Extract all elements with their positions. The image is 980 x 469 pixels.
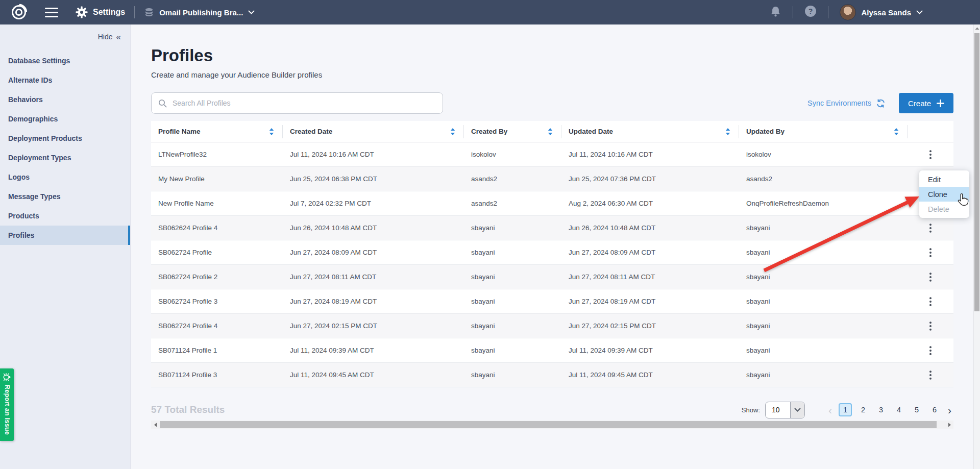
- page-6[interactable]: 6: [928, 403, 941, 416]
- column-header-created-by[interactable]: Created By: [464, 125, 561, 138]
- create-button[interactable]: Create: [899, 93, 953, 113]
- row-actions-button[interactable]: [923, 147, 938, 162]
- menu-item-clone[interactable]: Clone: [919, 187, 969, 202]
- cell-updated_by: asands2: [739, 175, 908, 183]
- hide-sidebar-button[interactable]: Hide «: [0, 24, 130, 42]
- sidebar-item-behaviors[interactable]: Behaviors: [0, 90, 130, 109]
- page-1[interactable]: 1: [839, 403, 852, 416]
- cell-created_by: sbayani: [464, 298, 561, 305]
- cell-updated_by: sbayani: [739, 273, 908, 281]
- column-header-actions: [908, 125, 953, 138]
- sync-environments-link[interactable]: Sync Environments: [807, 98, 886, 108]
- page-2[interactable]: 2: [856, 403, 870, 416]
- cell-name: SB062624 Profile 4: [151, 224, 283, 232]
- cell-updated_by: sbayani: [739, 322, 908, 330]
- avatar: [840, 4, 856, 20]
- chevron-left-icon: ‹: [826, 405, 834, 415]
- settings-nav[interactable]: Settings: [76, 6, 125, 18]
- kebab-icon: [929, 346, 932, 355]
- scroll-up-arrow-icon[interactable]: [974, 24, 980, 32]
- cell-updated_date: Jul 11, 2024 09:39 AM CDT: [561, 347, 739, 354]
- sidebar-item-message-types[interactable]: Message Types: [0, 187, 130, 206]
- sidebar-item-profiles[interactable]: Profiles: [0, 226, 130, 245]
- cell-name: SB062724 Profile: [151, 249, 283, 256]
- vertical-scrollbar[interactable]: [973, 24, 980, 469]
- omeda-logo-icon[interactable]: [10, 4, 28, 21]
- row-actions-button[interactable]: [923, 245, 938, 260]
- table-row: New Profile NameJul 7, 2024 02:32 PM CDT…: [151, 191, 953, 216]
- cell-name: SB062724 Profile 3: [151, 298, 283, 305]
- page-3[interactable]: 3: [874, 403, 888, 416]
- notifications-bell-icon[interactable]: [770, 6, 781, 19]
- kebab-icon: [929, 322, 932, 331]
- environment-selector[interactable]: Omail Publishing Bra...: [144, 7, 255, 17]
- cell-created_by: sbayani: [464, 347, 561, 354]
- cell-updated_by: sbayani: [739, 371, 908, 379]
- settings-label: Settings: [93, 8, 125, 17]
- cell-name: SB062724 Profile 2: [151, 273, 283, 281]
- environment-name: Omail Publishing Bra...: [159, 8, 243, 17]
- cell-updated_date: Jun 25, 2024 07:36 PM CDT: [561, 175, 739, 183]
- column-header-updated-by[interactable]: Updated By: [739, 125, 908, 138]
- cell-updated_date: Jun 27, 2024 08:09 AM CDT: [561, 249, 739, 256]
- main-content: Profiles Create and manage your Audience…: [151, 24, 953, 429]
- pagination: ‹ 123456 ›: [826, 403, 953, 416]
- cell-updated_by: sbayani: [739, 224, 908, 232]
- kebab-icon: [929, 371, 932, 380]
- vertical-scrollbar-thumb[interactable]: [974, 33, 979, 311]
- cell-updated_date: Jul 11, 2024 09:45 AM CDT: [561, 371, 739, 379]
- row-actions-button[interactable]: [923, 269, 938, 285]
- column-header-profile-name[interactable]: Profile Name: [151, 125, 283, 138]
- scroll-left-arrow-icon[interactable]: [151, 421, 159, 429]
- topbar: Settings Omail Publishing Bra...: [0, 0, 980, 24]
- divider: [134, 6, 135, 18]
- show-label: Show:: [742, 406, 760, 414]
- scroll-right-arrow-icon[interactable]: [945, 421, 953, 429]
- page-size-select[interactable]: 10: [765, 402, 805, 418]
- sidebar-item-deployment-products[interactable]: Deployment Products: [0, 129, 130, 148]
- hide-label: Hide: [98, 33, 113, 41]
- report-issue-tab[interactable]: Report an Issue: [0, 368, 14, 441]
- help-icon[interactable]: ?: [804, 5, 817, 19]
- cell-actions: [908, 294, 953, 309]
- user-menu[interactable]: Alyssa Sands: [840, 4, 923, 20]
- sidebar-item-alternate-ids[interactable]: Alternate IDs: [0, 70, 130, 90]
- row-actions-button[interactable]: [923, 220, 938, 236]
- horizontal-scrollbar-thumb[interactable]: [160, 421, 937, 428]
- page-5[interactable]: 5: [910, 403, 923, 416]
- search-box: [151, 92, 443, 114]
- column-header-updated-date[interactable]: Updated Date: [561, 125, 739, 138]
- cell-actions: [908, 245, 953, 260]
- sidebar-item-demographics[interactable]: Demographics: [0, 109, 130, 129]
- sync-environments-label: Sync Environments: [807, 99, 871, 107]
- cell-updated_by: isokolov: [739, 151, 908, 158]
- menu-item-delete: Delete: [919, 202, 969, 216]
- row-actions-button[interactable]: [923, 294, 938, 309]
- row-actions-button[interactable]: [923, 367, 938, 383]
- table-row: SB071124 Profile 1Jul 11, 2024 09:39 AM …: [151, 338, 953, 363]
- table-body: LTNewProfile32Jul 11, 2024 10:16 AM CDTi…: [151, 142, 953, 387]
- menu-item-edit[interactable]: Edit: [919, 172, 969, 187]
- table-header-row: Profile NameCreated DateCreated ByUpdate…: [151, 121, 953, 142]
- row-actions-button[interactable]: [923, 343, 938, 358]
- cell-created_date: Jul 11, 2024 09:39 AM CDT: [283, 347, 464, 354]
- page-4[interactable]: 4: [892, 403, 905, 416]
- sidebar-item-database-settings[interactable]: Database Settings: [0, 51, 130, 70]
- sidebar-item-products[interactable]: Products: [0, 206, 130, 226]
- sidebar-nav: Database SettingsAlternate IDsBehaviorsD…: [0, 51, 130, 245]
- menu-icon[interactable]: [45, 8, 58, 17]
- search-input[interactable]: [172, 98, 436, 108]
- toolbar: Sync Environments Create: [151, 92, 953, 114]
- user-name: Alyssa Sands: [861, 8, 911, 17]
- cell-name: SB071124 Profile 3: [151, 371, 283, 379]
- row-actions-button[interactable]: [923, 318, 938, 334]
- cell-name: SB071124 Profile 1: [151, 347, 283, 354]
- sidebar-item-deployment-types[interactable]: Deployment Types: [0, 148, 130, 167]
- sidebar-item-logos[interactable]: Logos: [0, 167, 130, 187]
- cell-created_by: isokolov: [464, 151, 561, 158]
- chevron-right-icon[interactable]: ›: [946, 405, 953, 415]
- chevron-down-icon: [916, 10, 923, 15]
- horizontal-scrollbar[interactable]: [151, 421, 953, 429]
- column-label: Updated By: [746, 128, 785, 135]
- column-header-created-date[interactable]: Created Date: [283, 125, 464, 138]
